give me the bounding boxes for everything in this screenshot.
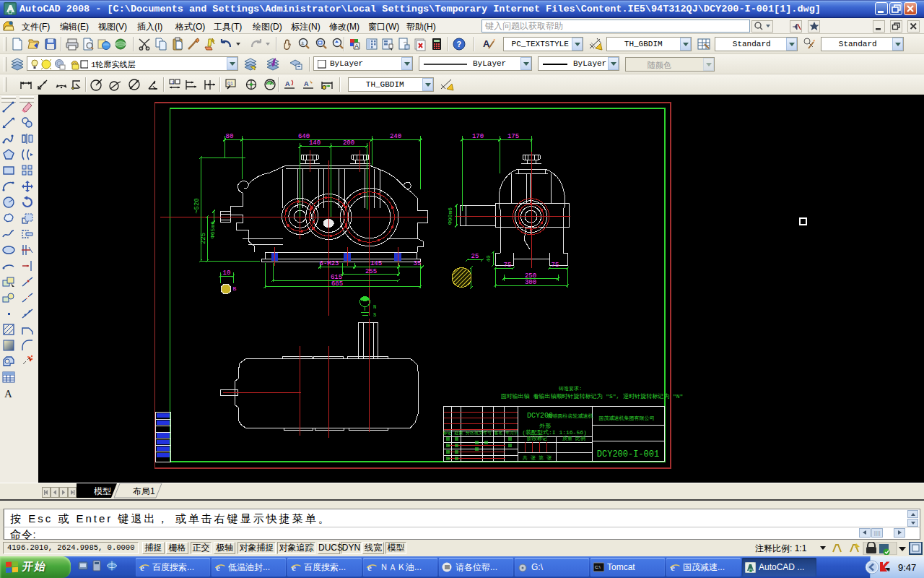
svg-text:A: A [354, 43, 359, 50]
svg-text:A: A [4, 388, 12, 400]
svg-text:布局1: 布局1 [133, 486, 155, 496]
svg-text:200: 200 [343, 139, 354, 147]
svg-text:外形: 外形 [539, 423, 551, 429]
svg-text:标记 处数 分区改文件号 签名 年月日: 标记 处数 分区改文件号 签名 年月日 [443, 430, 518, 436]
svg-text:10: 10 [223, 269, 231, 277]
svg-text:面对输出轴 看输出轴顺时针旋转标记为 "S", 逆时针旋转标: 面对输出轴 看输出轴顺时针旋转标记为 "S", 逆时针旋转标记为 "N" [501, 393, 684, 400]
svg-text:质量 比例: 质量 比例 [562, 436, 585, 441]
svg-text:阶段标记: 阶段标记 [527, 436, 547, 441]
svg-text:300: 300 [525, 279, 536, 286]
svg-text:25: 25 [471, 253, 479, 260]
svg-text:640: 640 [298, 133, 310, 140]
svg-text:(装配型式:I 1:16-56): (装配型式:I 1:16-56) [522, 429, 587, 436]
svg-text:175: 175 [507, 133, 519, 140]
svg-text:Φ65m6: Φ65m6 [209, 221, 216, 238]
svg-text:01: 01 [227, 81, 233, 86]
svg-text:铸造要求:: 铸造要求: [558, 386, 582, 392]
svg-text:DCY200-I-001: DCY200-I-001 [597, 449, 659, 460]
svg-text:225: 225 [200, 233, 207, 244]
svg-text:75: 75 [552, 262, 559, 269]
svg-text:模型: 模型 [94, 486, 111, 496]
svg-text:N: N [373, 304, 376, 310]
svg-text:~520: ~520 [193, 198, 201, 214]
svg-text:A: A [304, 80, 309, 87]
svg-text:75: 75 [504, 262, 512, 269]
svg-text:?: ? [457, 40, 462, 48]
svg-text:国茂减速机集团有限公司: 国茂减速机集团有限公司 [599, 415, 655, 421]
svg-text:140: 140 [309, 139, 321, 147]
svg-text:Φ90m6: Φ90m6 [447, 207, 453, 225]
svg-text:145: 145 [370, 260, 382, 267]
svg-text:共 张 第 张: 共 张 第 张 [523, 455, 552, 461]
svg-text:6-M23: 6-M23 [319, 260, 339, 267]
svg-text:255: 255 [365, 268, 377, 275]
svg-text:S: S [373, 312, 376, 318]
svg-text:685: 685 [331, 280, 343, 288]
svg-text:40: 40 [485, 255, 492, 262]
svg-text:35: 35 [414, 260, 422, 267]
svg-text:C:\: C:\ [595, 565, 601, 569]
svg-text:250: 250 [525, 272, 536, 280]
svg-text:圆锥圆柱齿轮减速机: 圆锥圆柱齿轮减速机 [548, 413, 593, 419]
svg-text:80: 80 [226, 133, 234, 140]
svg-text:A: A [285, 80, 290, 87]
svg-text:B: B [233, 285, 237, 292]
svg-text:170: 170 [472, 133, 484, 140]
svg-text:240: 240 [390, 133, 401, 140]
svg-text:±: ± [301, 40, 305, 46]
